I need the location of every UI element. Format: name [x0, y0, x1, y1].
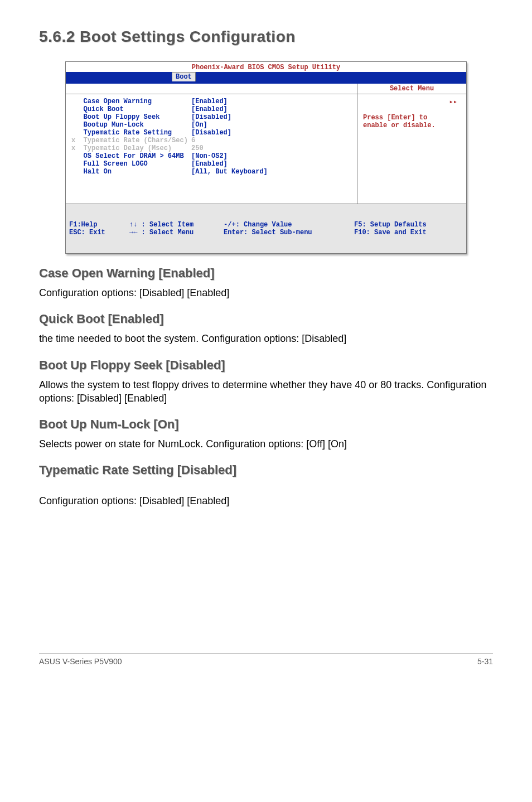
setting-row: Halt On[All, But Keyboard] — [71, 168, 351, 176]
option-desc: Configuration options: [Disabled] [Enabl… — [39, 286, 493, 299]
option-heading: Boot Up Num-Lock [On] — [39, 417, 493, 432]
bios-body: Case Open Warning[Enabled] Quick Boot[En… — [65, 94, 467, 204]
option-desc: Configuration options: [Disabled] [Enabl… — [39, 494, 493, 508]
scroll-arrow-icon: ▸▸ — [363, 98, 461, 106]
footer-col3: F5: Setup DefaultsF10: Save and Exit — [354, 205, 463, 252]
option-heading: Case Open Warning [Enabled] — [39, 266, 493, 281]
bios-menu-header: Select Menu — [65, 84, 467, 94]
footer-col1: F1:Help ↑↓ : Select ItemESC: Exit →← : S… — [69, 205, 212, 252]
setting-row: Boot Up Floppy Seek[Disabled] — [71, 113, 351, 121]
select-menu-label: Select Menu — [357, 84, 466, 94]
footer-page-number: 5-31 — [477, 657, 493, 666]
help-text-line: enable or disable. — [363, 122, 461, 129]
section-heading: 5.6.2 Boot Settings Configuration — [39, 28, 493, 46]
help-text-line: Press [Enter] to — [363, 114, 461, 122]
setting-row: Bootup Mun-Lock[On] — [71, 121, 351, 129]
bios-settings-pane: Case Open Warning[Enabled] Quick Boot[En… — [66, 94, 357, 204]
setting-row: Quick Boot[Enabled] — [71, 105, 351, 113]
bios-title: Phoenix-Award BIOS CMOS Setup Utility — [65, 61, 467, 72]
bios-footer: F1:Help ↑↓ : Select ItemESC: Exit →← : S… — [65, 204, 467, 254]
setting-row-disabled: x Typematic Delay (Msec)250 — [71, 144, 351, 152]
option-heading: Typematic Rate Setting [Disabled] — [39, 463, 493, 477]
setting-row: Case Open Warning[Enabled] — [71, 98, 351, 105]
setting-row-disabled: x Typematic Rate (Chars/Sec)6 — [71, 137, 351, 144]
option-heading: Quick Boot [Enabled] — [39, 312, 493, 326]
setting-row: OS Select For DRAM > 64MB[Non-OS2] — [71, 152, 351, 160]
option-desc: the time needed to boot the system. Conf… — [39, 332, 493, 345]
option-desc: Selects power on state for NumLock. Conf… — [39, 437, 493, 451]
bios-screenshot: Phoenix-Award BIOS CMOS Setup Utility Bo… — [65, 61, 467, 254]
bios-tab-boot: Boot — [172, 72, 196, 81]
option-desc: Allows the system to test floppy drives … — [39, 378, 493, 405]
setting-row: Typematic Rate Setting[Disabled] — [71, 129, 351, 137]
bios-help-pane: ▸▸ Press [Enter] to enable or disable. — [357, 94, 466, 204]
page-footer: ASUS V-Series P5V900 5-31 — [39, 653, 493, 666]
option-heading: Boot Up Floppy Seek [Disabled] — [39, 358, 493, 373]
setting-row: Full Screen LOGO[Enabled] — [71, 160, 351, 168]
footer-col2: -/+: Change Value Enter: Select Sub-menu — [212, 205, 355, 252]
bios-tabbar: Boot — [65, 72, 467, 81]
footer-product: ASUS V-Series P5V900 — [39, 657, 122, 666]
